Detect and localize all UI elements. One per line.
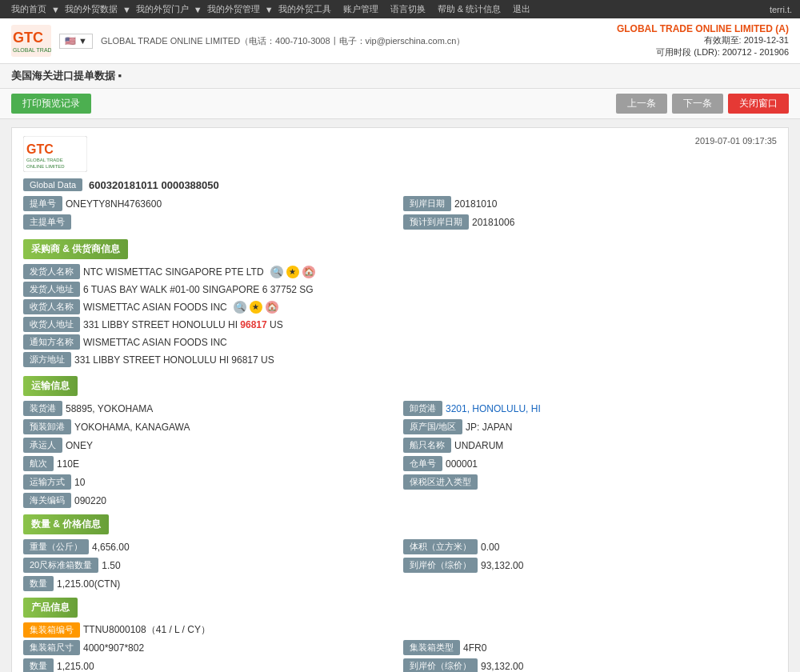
nav-manage[interactable]: 我的外贸管理 (207, 3, 260, 15)
nav-lang[interactable]: 语言切换 (390, 3, 426, 15)
hai-guan-value: 090220 (74, 495, 106, 506)
shou-ren-label: 收货人名称 (23, 299, 80, 314)
shu-liang-w-value: 1,215.00(CTN) (57, 578, 120, 590)
cheng-yun-value: ONEY (66, 440, 93, 451)
fa-di-value: 6 TUAS BAY WALK #01-00 SINGAPORE 6 37752… (83, 284, 314, 295)
biao-zhun-value: 1.50 (102, 560, 120, 571)
shipper-section: 采购商 & 供货商信息 发货人名称 NTC WISMETTAC SINGAPOR… (23, 233, 777, 367)
shou-di-value: 331 LIBBY STREET HONOLULU HI 96817 US (83, 319, 283, 330)
card-header: GTC GLOBAL TRADE ONLINE LIMITED 2019-07-… (23, 136, 777, 172)
top-navigation: 我的首页 ▼ 我的外贸数据 ▼ 我的外贸门户 ▼ 我的外贸管理 ▼ 我的外贸工具… (0, 0, 800, 18)
qty-label: 数量 (23, 658, 54, 672)
ji-suan-value: 20181006 (472, 217, 514, 228)
size-label: 集装箱尺寸 (23, 640, 80, 655)
fa-ren-value: NTC WISMETTAC SINGAPORE PTE LTD (83, 266, 264, 278)
timestamp: 2019-07-01 09:17:35 (695, 136, 777, 146)
yuan-di-value: 331 LIBBY STREET HONOLULU HI 96817 US (74, 354, 274, 366)
yuan-di-label: 源方地址 (23, 352, 71, 367)
svg-text:GLOBAL TRADE: GLOBAL TRADE (13, 47, 51, 53)
shou-star-icon[interactable]: ★ (250, 301, 262, 314)
size-value: 4000*907*802 (83, 642, 144, 654)
shou-home-icon[interactable]: 🏠 (266, 301, 278, 314)
ti-dan-value: ONEYTY8NH4763600 (66, 198, 162, 210)
zhuang-value: 58895, YOKOHAMA (66, 403, 153, 414)
yu-zhuang-value: YOKOHAMA, KANAGAWA (74, 422, 190, 433)
zhuang-label: 装货港 (23, 401, 62, 416)
nav-home[interactable]: 我的首页 (11, 3, 46, 15)
fa-di-label: 发货人地址 (23, 282, 80, 297)
ti-ji-value: 0.00 (481, 542, 499, 553)
dao-an-value: 93,132.00 (481, 560, 523, 571)
zhong-value: 4,656.00 (92, 542, 130, 553)
ji-suan-label: 预计到岸日期 (403, 214, 469, 230)
nav-data[interactable]: 我的外贸数据 (65, 3, 118, 15)
weight-section-title: 数量 & 价格信息 (23, 514, 109, 534)
account-info: GLOBAL TRADE ONLINE LIMITED (A) 有效期至: 20… (617, 23, 789, 58)
search-icon[interactable]: 🔍 (270, 266, 283, 278)
price-value: 93,132.00 (481, 661, 523, 672)
cang-dan-label: 仓单号 (403, 456, 442, 471)
tong-zhi-label: 通知方名称 (23, 334, 80, 350)
tong-zhi-value: WISMETTAC ASIAN FOODS INC (83, 337, 227, 348)
cang-dan-value: 000001 (446, 458, 478, 470)
logo: GTC GLOBAL TRADE (11, 25, 51, 57)
type-value: 4FR0 (463, 642, 486, 654)
close-button[interactable]: 关闭窗口 (728, 94, 789, 114)
bao-shui-label: 保税区进入类型 (403, 474, 478, 490)
svg-text:GTC: GTC (13, 30, 43, 46)
global-data-row: Global Data 600320181011 0000388050 (23, 178, 777, 191)
price-label: 到岸价（综价） (403, 658, 478, 672)
chuan-ming-value: UNDARUM (454, 440, 503, 451)
zhu-ti-label: 主提单号 (23, 214, 71, 230)
nav-portal[interactable]: 我的外贸门户 (136, 3, 189, 15)
shou-search-icon[interactable]: 🔍 (234, 301, 246, 314)
nav-logout[interactable]: 退出 (513, 3, 530, 15)
xie-value: 3201, HONOLULU, HI (446, 403, 541, 414)
svg-text:GLOBAL TRADE: GLOBAL TRADE (26, 158, 63, 162)
ri-qi-label: 到岸日期 (403, 196, 451, 211)
prev-button[interactable]: 上一条 (616, 94, 667, 114)
shu-liang-w-label: 数量 (23, 576, 54, 591)
ri-qi-value: 20181010 (454, 198, 497, 210)
fa-ren-label: 发货人名称 (23, 264, 80, 279)
yun-shu-value: 10 (74, 477, 85, 488)
transport-section-title: 运输信息 (23, 376, 78, 396)
contact-info: GLOBAL TRADE ONLINE LIMITED（电话：400-710-3… (101, 35, 466, 47)
nav-help[interactable]: 帮助 & 统计信息 (438, 3, 501, 15)
nav-account[interactable]: 账户管理 (343, 3, 378, 15)
biao-zhun-label: 20尺标准箱数量 (23, 558, 98, 573)
svg-text:GTC: GTC (26, 142, 54, 156)
star-icon[interactable]: ★ (286, 266, 299, 278)
cheng-yun-label: 承运人 (23, 438, 62, 453)
page-title: 美国海关进口提单数据 ▪ (0, 64, 800, 89)
hang-ci-value: 110E (57, 458, 79, 470)
container-value: TTNU8000108（41 / L / CY） (83, 623, 210, 637)
top-toolbar: 打印预览记录 上一条 下一条 关闭窗口 (0, 89, 800, 119)
gtc-logo-icon: GTC GLOBAL TRADE (11, 25, 51, 57)
nav-tools[interactable]: 我的外贸工具 (278, 3, 331, 15)
home-icon[interactable]: 🏠 (302, 266, 315, 278)
qty-value: 1,215.00 (57, 661, 94, 672)
global-data-label: Global Data (23, 178, 82, 191)
print-preview-button[interactable]: 打印预览记录 (11, 94, 91, 114)
site-header: GTC GLOBAL TRADE 🇺🇸 ▼ GLOBAL TRADE ONLIN… (0, 18, 800, 64)
hang-ci-label: 航次 (23, 456, 54, 471)
xie-label: 卸货港 (403, 401, 442, 416)
container-label: 集装箱编号 (23, 622, 80, 638)
yuan-chan-value: JP: JAPAN (466, 422, 512, 433)
user-display: terri.t. (770, 5, 792, 14)
language-selector[interactable]: 🇺🇸 ▼ (59, 34, 93, 49)
product-section: 产品信息 集装箱编号 TTNU8000108（41 / L / CY） 集装箱尺… (23, 591, 777, 672)
main-content: GTC GLOBAL TRADE ONLINE LIMITED 2019-07-… (0, 119, 800, 672)
zhong-label: 重量（公斤） (23, 539, 89, 554)
hai-guan-label: 海关编码 (23, 493, 71, 508)
ti-dan-label: 提单号 (23, 196, 62, 211)
card-logo: GTC GLOBAL TRADE ONLINE LIMITED (23, 136, 87, 172)
type-label: 集装箱类型 (403, 640, 460, 655)
next-button[interactable]: 下一条 (672, 94, 723, 114)
product-section-title: 产品信息 (23, 598, 78, 618)
svg-text:ONLINE LIMITED: ONLINE LIMITED (26, 164, 65, 169)
shipper-section-title: 采购商 & 供货商信息 (23, 239, 128, 259)
dao-an-label: 到岸价（综价） (403, 558, 478, 573)
yun-shu-label: 运输方式 (23, 474, 71, 490)
